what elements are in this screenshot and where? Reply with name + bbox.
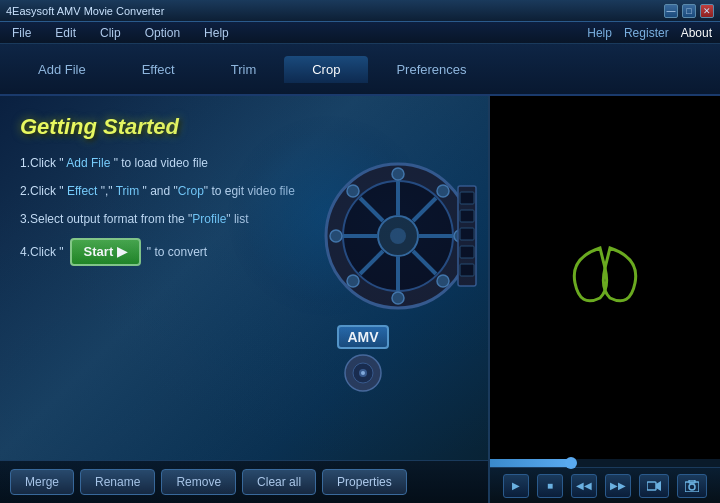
tab-effect[interactable]: Effect (114, 56, 203, 83)
menu-clip[interactable]: Clip (96, 24, 125, 42)
instruction-3: 3.Select output format from the "Profile… (20, 210, 468, 228)
menubar-right: Help Register About (587, 26, 712, 40)
remove-button[interactable]: Remove (161, 469, 236, 495)
left-panel: Getting Started 1.Click " Add File " to … (0, 96, 490, 503)
getting-started-area: Getting Started 1.Click " Add File " to … (0, 96, 488, 460)
preview-area (490, 96, 720, 459)
snapshot-button[interactable] (677, 474, 707, 498)
svg-point-29 (361, 371, 365, 375)
svg-rect-20 (458, 186, 476, 286)
minimize-button[interactable]: — (664, 4, 678, 18)
action-buttons: Merge Rename Remove Clear all Properties (0, 460, 488, 503)
right-panel: ▶ ■ ◀◀ ▶▶ (490, 96, 720, 503)
menu-option[interactable]: Option (141, 24, 184, 42)
close-button[interactable]: ✕ (700, 4, 714, 18)
window-controls: — □ ✕ (664, 4, 714, 18)
svg-point-33 (689, 484, 695, 490)
video-capture-button[interactable] (639, 474, 669, 498)
stop-button[interactable]: ■ (537, 474, 563, 498)
tab-preferences[interactable]: Preferences (368, 56, 494, 83)
clear-all-button[interactable]: Clear all (242, 469, 316, 495)
register-link[interactable]: Register (624, 26, 669, 40)
menu-edit[interactable]: Edit (51, 24, 80, 42)
progress-fill (490, 459, 571, 467)
titlebar: 4Easysoft AMV Movie Converter — □ ✕ (0, 0, 720, 22)
preview-progress[interactable] (490, 459, 720, 467)
instruction-1: 1.Click " Add File " to load video file (20, 154, 468, 172)
tab-crop[interactable]: Crop (284, 56, 368, 83)
toolbar: Add File Effect Trim Crop Preferences (0, 44, 720, 96)
instruction-2: 2.Click " Effect "," Trim " and "Crop" t… (20, 182, 468, 200)
forward-button[interactable]: ▶▶ (605, 474, 631, 498)
svg-point-17 (437, 275, 449, 287)
menu-help[interactable]: Help (200, 24, 233, 42)
preview-logo (565, 238, 645, 318)
app-title: 4Easysoft AMV Movie Converter (6, 5, 164, 17)
amv-badge: AMV (328, 325, 398, 405)
rename-button[interactable]: Rename (80, 469, 155, 495)
inline-start-btn: Start ▶ (70, 238, 141, 266)
tab-trim[interactable]: Trim (203, 56, 285, 83)
about-link[interactable]: About (681, 26, 712, 40)
svg-point-19 (347, 275, 359, 287)
playback-controls: ▶ ■ ◀◀ ▶▶ (490, 467, 720, 503)
film-reel-decoration (318, 156, 478, 316)
progress-thumb (565, 457, 577, 469)
tab-add-file[interactable]: Add File (10, 56, 114, 83)
svg-rect-30 (647, 482, 656, 490)
menubar: File Edit Clip Option Help Help Register… (0, 22, 720, 44)
instruction-4: 4.Click " Start ▶ " to convert (20, 238, 468, 266)
amv-label: AMV (337, 325, 388, 349)
menu-file[interactable]: File (8, 24, 35, 42)
properties-button[interactable]: Properties (322, 469, 407, 495)
svg-marker-31 (656, 481, 661, 491)
play-button[interactable]: ▶ (503, 474, 529, 498)
svg-rect-25 (460, 264, 474, 276)
help-link[interactable]: Help (587, 26, 612, 40)
rewind-button[interactable]: ◀◀ (571, 474, 597, 498)
main-area: Getting Started 1.Click " Add File " to … (0, 96, 720, 503)
getting-started-title: Getting Started (20, 114, 468, 140)
merge-button[interactable]: Merge (10, 469, 74, 495)
svg-point-13 (392, 292, 404, 304)
maximize-button[interactable]: □ (682, 4, 696, 18)
